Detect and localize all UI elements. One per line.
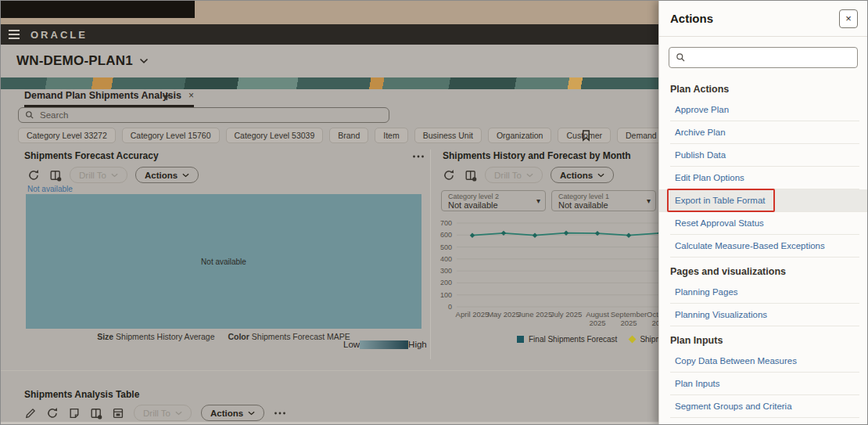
filter-chip[interactable]: Category Level 53039 [226,128,324,143]
close-icon: × [845,13,852,24]
plan-header: WN-DEMO-PLAN1 [1,45,660,77]
tab-label: Demand Plan Shipments Analysis [24,90,181,101]
actions-button[interactable]: Actions [135,167,199,183]
action-item-segment-groups-and-criteria[interactable]: Segment Groups and Criteria [670,395,859,418]
search-input[interactable]: Search [18,107,389,123]
tab-close-icon[interactable]: × [188,90,194,101]
action-item-edit-plan-options[interactable]: Edit Plan Options [670,167,859,189]
svg-text:0: 0 [448,303,452,311]
actions-button[interactable]: Actions [201,405,264,421]
svg-text:200: 200 [440,279,452,286]
action-item-label: Approve Plan [675,105,729,114]
drill-to-button[interactable]: Drill To [485,167,543,183]
svg-text:May 2025: May 2025 [487,310,520,319]
action-item-planning-visualizations[interactable]: Planning Visualizations [670,304,859,326]
oracle-logo: ORACLE [30,29,88,41]
legend-swatch [517,336,524,343]
search-placeholder: Search [40,110,68,120]
left-chart-empty-canvas: Not available [26,194,421,329]
section-divider [1,370,660,371]
action-item-plan-inputs[interactable]: Plan Inputs [670,373,859,395]
filter-chip[interactable]: Category Level 15760 [122,128,220,143]
card-divider [430,149,431,359]
right-chart-title: Shipments History and Forecast by Month [443,150,631,161]
close-button[interactable]: × [839,9,858,28]
refresh-icon[interactable] [27,169,40,182]
search-icon [25,110,34,120]
drill-to-button[interactable]: Drill To [70,167,127,183]
caret-down-icon: ▾ [536,196,540,205]
drill-map-icon[interactable] [90,407,102,420]
bottom-table-toolbar: Drill To Actions [24,405,286,421]
svg-text:700: 700 [440,219,452,227]
chevron-down-icon [597,173,604,178]
add-tab-button[interactable]: + [162,87,171,106]
filter-chip[interactable]: Category Level 33272 [18,128,116,143]
hamburger-menu-icon[interactable] [9,27,20,41]
action-item-copy-data-between-measures[interactable]: Copy Data Between Measures [670,350,859,373]
drill-map-icon[interactable] [49,169,62,182]
legend-swatch [629,336,637,344]
action-item-export-in-table-format[interactable]: Export in Table Format [659,189,867,212]
action-item-label: Edit Plan Options [675,173,744,182]
chevron-down-icon [248,411,255,416]
plan-title-chevron-icon[interactable] [139,58,149,64]
action-item-label: Plan Inputs [675,379,720,388]
action-item-label: Segment Groups and Criteria [675,402,792,411]
drill-to-button[interactable]: Drill To [134,405,192,421]
actions-section-title: Plan Inputs [659,326,867,350]
action-item-label: Planning Pages [675,287,738,297]
svg-text:400: 400 [440,255,452,263]
action-item-approve-plan[interactable]: Approve Plan [670,99,859,121]
filter-chip[interactable]: Brand [329,128,368,143]
refresh-icon[interactable] [443,169,455,182]
color-scale-gradient [360,340,408,349]
refresh-icon[interactable] [46,407,59,420]
action-item-calculate-measure-based-exceptions[interactable]: Calculate Measure-Based Exceptions [670,235,859,258]
table-edge [1,422,660,425]
chevron-down-icon [111,173,118,178]
left-chart-overflow-button[interactable] [412,154,425,159]
svg-text:July 2025: July 2025 [551,310,583,319]
action-item-archive-plan[interactable]: Archive Plan [670,121,859,144]
top-dark-bar [1,1,195,18]
action-item-label: Planning Visualizations [675,310,767,319]
table-icon[interactable] [112,407,124,420]
action-item-supply-chain-planners[interactable]: Supply Chain Planners [670,418,859,425]
filter-chip[interactable]: Item [375,128,407,143]
action-item-label: Publish Data [675,150,726,160]
caret-down-icon: ▾ [647,196,651,205]
drill-map-icon[interactable] [464,169,477,182]
empty-message: Not available [201,258,246,266]
chevron-down-icon [526,173,533,178]
actions-drawer: Actions × Plan ActionsApprove PlanArchiv… [658,1,867,425]
note-icon[interactable] [68,407,81,420]
category-level-select[interactable]: Category level 2 Not available ▾ [441,190,546,211]
bookmark-icon[interactable] [580,129,592,145]
svg-text:April 2025: April 2025 [456,310,490,319]
actions-button[interactable]: Actions [551,167,614,183]
filter-chip[interactable]: Organization [488,128,552,143]
left-chart-title: Shipments Forecast Accuracy [24,150,159,161]
chevron-down-icon [175,411,182,416]
action-item-publish-data[interactable]: Publish Data [670,144,859,167]
action-item-planning-pages[interactable]: Planning Pages [670,281,859,304]
category-level-select[interactable]: Category level 1 Not available ▾ [551,190,656,211]
action-item-label: Export in Table Format [675,196,765,205]
actions-drawer-title: Actions [670,12,713,25]
actions-search-input[interactable] [669,47,858,68]
left-chart-toolbar: Drill To Actions [27,167,199,183]
browser-chrome-strip [1,1,660,24]
actions-section-title: Plan Actions [659,75,867,99]
svg-text:September: September [611,310,647,319]
search-icon [676,52,686,63]
legend-item: Final Shipments Forecast [517,335,617,344]
edit-icon[interactable] [24,407,37,420]
action-item-label: Calculate Measure-Based Exceptions [675,241,825,250]
bottom-table-title: Shipments Analysis Table [24,389,139,400]
filter-chip[interactable]: Business Unit [414,128,482,143]
bottom-table-overflow-button[interactable] [274,411,286,416]
svg-text:600: 600 [440,231,452,239]
action-item-reset-approval-status[interactable]: Reset Approval Status [670,212,859,235]
svg-text:2025: 2025 [620,319,637,327]
